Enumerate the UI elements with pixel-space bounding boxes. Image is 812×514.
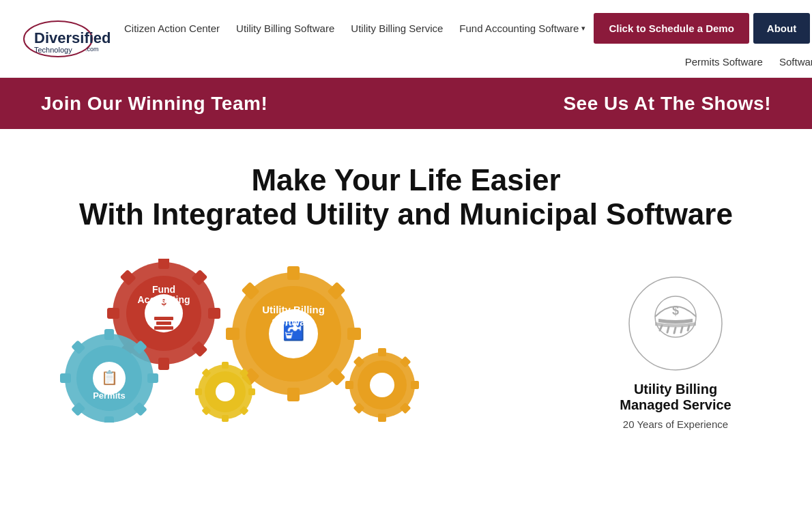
utility-service-title: Utility Billing Managed Service [620,382,731,413]
svg-rect-7 [158,358,169,370]
svg-rect-24 [287,388,300,401]
nav-utility-billing-software[interactable]: Utility Billing Software [228,20,343,37]
nav-software-services[interactable]: Software Services [771,53,812,70]
svg-rect-51 [378,414,386,422]
nav-citizen-action-center[interactable]: Citizen Action Center [116,20,228,37]
svg-rect-23 [287,266,300,280]
nav-fund-accounting-software[interactable]: Fund Accounting Software ▾ [451,20,594,37]
chevron-down-icon: ▾ [581,24,585,33]
logo-area: Diversified Technology .com [20,18,116,59]
svg-rect-6 [158,259,169,269]
svg-text:Utility Billing: Utility Billing [262,304,325,315]
svg-rect-52 [411,381,419,389]
svg-rect-18 [154,326,173,330]
svg-point-69 [216,382,235,401]
site-header: Diversified Technology .com Citizen Acti… [0,0,812,78]
svg-rect-61 [222,362,229,369]
svg-text:Fund: Fund [152,284,175,295]
utility-service-line2: Managed Service [620,397,731,413]
nav-permits-software[interactable]: Permits Software [677,53,771,70]
logo-image: Diversified Technology .com [20,18,116,59]
demo-button[interactable]: Click to Schedule a Demo [594,13,749,44]
svg-text:Accounting: Accounting [138,294,190,305]
svg-text:$: $ [672,304,679,317]
svg-rect-17 [156,322,171,325]
svg-rect-26 [226,328,240,340]
banner-right-text: See Us At The Shows! [563,93,771,115]
svg-rect-64 [195,388,202,395]
svg-rect-9 [107,308,119,319]
nav-bottom-row: Permits Software Software Services [677,53,812,70]
hero-title-line1: Make Your Life Easier [41,163,771,197]
svg-rect-40 [60,373,71,383]
svg-rect-38 [104,416,114,423]
nav-top-row: Citizen Action Center Utility Billing So… [116,7,812,49]
years-of-experience: 20 Years of Experience [623,418,728,430]
banner-left-text: Join Our Winning Team! [41,93,267,115]
about-button[interactable]: About [753,13,810,44]
svg-rect-16 [154,317,173,320]
svg-text:.com: .com [85,46,99,53]
svg-text:📋: 📋 [101,369,118,386]
hero-section: Make Your Life Easier With Integrated Ut… [0,129,812,245]
gears-section: $ Fund Accounting [0,245,812,444]
promo-banner: Join Our Winning Team! See Us At The Sho… [0,78,812,129]
svg-rect-63 [248,388,255,395]
svg-text:Technology: Technology [34,46,72,54]
svg-text:Software: Software [272,316,315,328]
svg-rect-62 [222,415,229,422]
nav-utility-billing-service[interactable]: Utility Billing Service [343,20,451,37]
svg-rect-53 [345,381,353,389]
utility-service-icon: $ [624,272,727,375]
gears-svg: $ Fund Accounting [27,259,450,423]
svg-text:Diversified: Diversified [34,29,111,46]
svg-rect-8 [208,308,220,319]
nav-area: Citizen Action Center Utility Billing So… [116,7,812,70]
utility-service-line1: Utility Billing [620,382,731,397]
svg-rect-25 [347,328,361,340]
hero-title-line2: With Integrated Utility and Municipal So… [41,197,771,231]
svg-rect-39 [147,373,158,383]
svg-rect-37 [104,329,114,340]
utility-service-panel: $ Utility Billing Managed Service 20 Yea… [566,259,785,430]
svg-text:Permits: Permits [93,390,126,401]
svg-rect-50 [378,348,386,356]
svg-point-58 [370,373,394,397]
gears-illustration: $ Fund Accounting [27,259,450,423]
